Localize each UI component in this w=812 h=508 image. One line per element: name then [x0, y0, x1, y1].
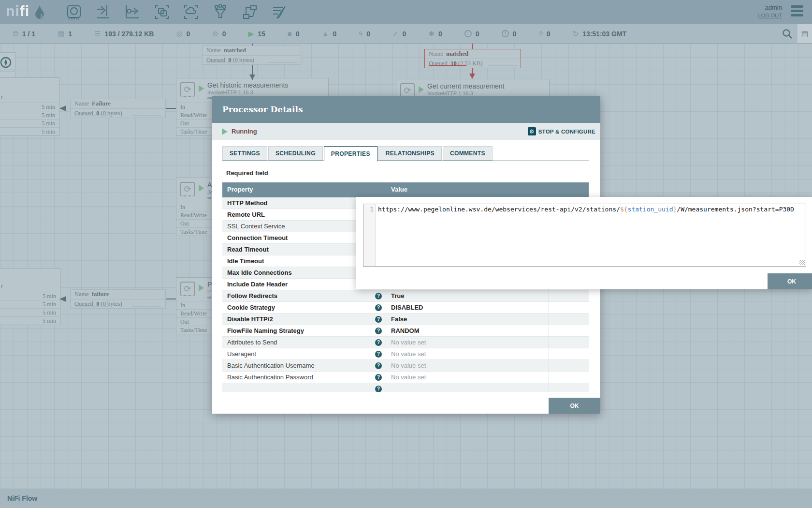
compass-icon	[0, 56, 12, 69]
running-triangle-icon	[199, 185, 204, 192]
logout-link[interactable]: LOG OUT	[758, 13, 782, 18]
property-extra-cell	[549, 372, 589, 383]
property-name: Attributes to Send?	[222, 337, 386, 348]
connection-label-failure-top[interactable]: Name Failure Queued 0 (0 bytes)	[70, 99, 166, 118]
property-name: Cookie Strategy?	[222, 302, 386, 314]
processor-name: Get current measurement	[427, 82, 505, 90]
property-row: ?	[222, 383, 589, 392]
help-icon[interactable]: ?	[375, 316, 382, 323]
property-row: Basic Authentication Username?No value s…	[222, 360, 589, 372]
sync-failure-icon: ?	[538, 30, 542, 37]
processor-bottom-left[interactable]: r 5 min 5 min 5 min 5 min	[0, 269, 60, 325]
property-name: ?	[222, 383, 386, 392]
template-icon[interactable]	[242, 4, 258, 20]
property-row: Attributes to Send?No value set	[222, 337, 589, 348]
tab-comments[interactable]: COMMENTS	[443, 146, 493, 161]
connection-arrow	[59, 105, 66, 111]
help-icon[interactable]: ?	[375, 386, 382, 392]
label-icon[interactable]	[272, 4, 287, 20]
stale-icon: ↑	[464, 30, 472, 37]
refresh-status[interactable]: ↻ 13:51:03 GMT	[573, 30, 627, 38]
value-editor-text[interactable]: https://www.pegelonline.wsv.de/webservic…	[376, 204, 806, 266]
property-value[interactable]: DISABLED	[386, 302, 549, 314]
status-count: 0	[476, 30, 479, 38]
help-icon[interactable]: ?	[375, 362, 382, 369]
status-count: 15	[258, 30, 265, 38]
property-name: Basic Authentication Username?	[222, 360, 386, 372]
help-icon[interactable]: ?	[375, 304, 382, 311]
remote-process-group-icon[interactable]	[183, 4, 199, 20]
output-port-icon[interactable]	[125, 4, 140, 20]
stop-and-configure-button[interactable]: ⚙ STOP & CONFIGURE	[528, 127, 595, 135]
dialog-ok-button[interactable]: OK	[549, 398, 600, 414]
connection-wire[interactable]	[166, 299, 176, 299]
search-icon[interactable]	[782, 29, 793, 39]
property-value[interactable]: No value set	[386, 360, 549, 372]
dialog-title: Processor Details	[212, 96, 600, 123]
processor-stats: 5 min 5 min 5 min 5 min	[0, 103, 59, 135]
cluster-nodes-icon: ⧉	[13, 30, 18, 37]
help-icon[interactable]: ?	[375, 293, 382, 299]
connection-label-matched-top[interactable]: Name matched Queued 0 (0 bytes)	[202, 45, 301, 65]
funnel-icon[interactable]	[213, 4, 228, 20]
tab-scheduling[interactable]: SCHEDULING	[268, 146, 323, 161]
tab-relationships[interactable]: RELATIONSHIPS	[378, 146, 442, 161]
help-icon[interactable]: ?	[375, 351, 382, 358]
property-value[interactable]: No value set	[386, 372, 549, 383]
property-value[interactable]: No value set	[386, 337, 549, 348]
property-value[interactable]: True	[386, 290, 549, 302]
processor-bundle: or	[207, 295, 211, 299]
processor-top-left[interactable]: r 5 min 5 min 5 min 5 min	[0, 77, 59, 136]
property-extra-cell	[549, 314, 589, 325]
property-row: Cookie Strategy?DISABLED	[222, 302, 589, 314]
property-name: Basic Authentication Password?	[222, 372, 386, 383]
value-viewer-popup: 1 https://www.pegelonline.wsv.de/webserv…	[356, 197, 812, 289]
line-number-gutter: 1	[363, 204, 376, 266]
property-row: Basic Authentication Password?No value s…	[222, 372, 589, 383]
status-item-threads: ▦1	[58, 30, 72, 38]
refresh-icon[interactable]: ↻	[573, 30, 579, 37]
processor-name: P	[207, 281, 212, 288]
help-icon[interactable]: ?	[375, 374, 382, 381]
help-icon[interactable]: ?	[375, 339, 382, 346]
status-count: 0	[403, 30, 406, 38]
property-extra-cell	[549, 290, 589, 302]
property-value[interactable]: False	[386, 314, 549, 325]
property-name: Useragent?	[222, 348, 386, 360]
value-editor[interactable]: 1 https://www.pegelonline.wsv.de/webserv…	[363, 204, 806, 267]
tab-properties[interactable]: PROPERTIES	[324, 146, 377, 161]
connection-wire[interactable]	[166, 108, 176, 109]
input-port-icon[interactable]	[95, 4, 111, 20]
properties-table-header: Property Value	[222, 182, 589, 197]
processor-icon[interactable]	[66, 4, 82, 20]
property-value[interactable]	[386, 383, 549, 392]
property-value[interactable]: No value set	[386, 348, 549, 360]
tab-settings[interactable]: SETTINGS	[222, 146, 267, 161]
global-menu-icon[interactable]	[791, 5, 803, 17]
status-item-up-to-date: ✓0	[392, 30, 406, 38]
column-header-value: Value	[386, 182, 549, 197]
status-count: 0	[366, 30, 370, 38]
canvas-footer: NiFi Flow	[0, 489, 812, 508]
disabled-icon: ϟ	[359, 30, 362, 37]
status-item-stale: ↑0	[464, 30, 479, 38]
status-item-not-transmitting: ⊘0	[212, 30, 226, 38]
dialog-tabbar: SETTINGSSCHEDULINGPROPERTIESRELATIONSHIP…	[222, 146, 589, 161]
processor-icon: ⟳	[180, 182, 195, 196]
connection-label-failure-bottom[interactable]: Name failure Queued 0 (0 bytes)	[70, 289, 166, 309]
connection-label-matched-alert[interactable]: Name matched Queued 10 (2.53 KB)	[424, 49, 521, 68]
breadcrumb[interactable]: NiFi Flow	[7, 494, 37, 502]
resize-handle[interactable]	[799, 260, 805, 265]
processor-icon: ⟳	[180, 282, 195, 296]
process-group-icon[interactable]	[154, 4, 170, 20]
bulletin-board-icon[interactable]: ▤	[798, 24, 812, 43]
running-triangle-icon	[419, 86, 424, 93]
status-count: 0	[513, 30, 517, 38]
status-item-modified-stale: !0	[502, 30, 517, 38]
value-viewer-ok-button[interactable]: OK	[768, 273, 812, 289]
help-icon[interactable]: ?	[375, 328, 382, 334]
last-refresh-time: 13:51:03 GMT	[582, 30, 626, 38]
status-item-disabled: ϟ0	[359, 30, 370, 38]
navigate-palette[interactable]	[0, 52, 16, 70]
property-value[interactable]: RANDOM	[386, 325, 549, 337]
